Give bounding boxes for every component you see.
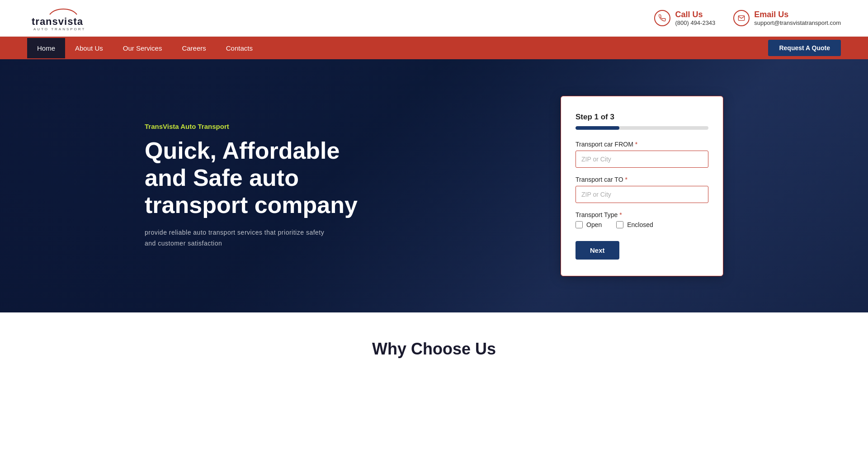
logo-image: transvista AUTO TRANSPORT	[27, 5, 127, 32]
enclosed-label: Enclosed	[627, 221, 653, 228]
nav-item-contacts[interactable]: Contacts	[216, 38, 263, 58]
enclosed-checkbox[interactable]	[616, 221, 623, 228]
nav-item-home[interactable]: Home	[27, 38, 65, 58]
to-required-marker: *	[625, 176, 627, 183]
hero-title-line2: and Safe auto	[145, 165, 299, 191]
from-field-group: Transport car FROM *	[576, 141, 708, 168]
open-label: Open	[586, 221, 602, 228]
type-required-marker: *	[619, 211, 622, 218]
hero-content: TransVista Auto Transport Quick, Afforda…	[118, 69, 750, 303]
nav-link-services[interactable]: Our Services	[113, 38, 172, 58]
open-option[interactable]: Open	[576, 221, 602, 228]
to-input[interactable]	[576, 186, 708, 203]
logo: transvista AUTO TRANSPORT	[27, 5, 127, 32]
email-contact: Email Us support@transvistatransport.com	[733, 10, 841, 26]
progress-bar-fill	[576, 126, 619, 130]
transport-type-group: Transport Type * Open Enclosed	[576, 211, 708, 228]
hero-text: TransVista Auto Transport Quick, Afforda…	[145, 123, 533, 249]
hero-title: Quick, Affordable and Safe auto transpor…	[145, 137, 533, 218]
phone-icon	[654, 10, 670, 26]
call-contact: Call Us (800) 494-2343	[654, 10, 715, 26]
hero-description: provide reliable auto transport services…	[145, 227, 335, 249]
nav-links: Home About Us Our Services Careers Conta…	[27, 38, 263, 58]
from-required-marker: *	[635, 141, 637, 148]
svg-text:transvista: transvista	[32, 16, 83, 27]
type-label: Transport Type *	[576, 211, 708, 218]
from-input[interactable]	[576, 151, 708, 168]
header-contacts: Call Us (800) 494-2343 Email Us support@…	[654, 10, 841, 26]
hero-title-line3: transport company	[145, 192, 358, 218]
email-icon	[733, 10, 750, 26]
navigation: Home About Us Our Services Careers Conta…	[0, 37, 868, 59]
progress-bar-background	[576, 126, 708, 130]
to-field-group: Transport car TO *	[576, 176, 708, 203]
nav-item-about[interactable]: About Us	[65, 38, 113, 58]
open-checkbox[interactable]	[576, 221, 583, 228]
email-address: support@transvistatransport.com	[754, 19, 841, 26]
hero-section: TransVista Auto Transport Quick, Afforda…	[0, 59, 868, 312]
from-label: Transport car FROM *	[576, 141, 708, 148]
call-label: Call Us	[675, 10, 715, 19]
why-title: Why Choose Us	[27, 340, 841, 359]
request-quote-button[interactable]: Request A Quote	[768, 40, 841, 56]
why-section: Why Choose Us	[0, 312, 868, 377]
header: transvista AUTO TRANSPORT Call Us (800) …	[0, 0, 868, 37]
hero-tagline: TransVista Auto Transport	[145, 123, 533, 130]
to-label: Transport car TO *	[576, 176, 708, 183]
nav-link-home[interactable]: Home	[27, 38, 65, 58]
nav-item-services[interactable]: Our Services	[113, 38, 172, 58]
call-number: (800) 494-2343	[675, 19, 715, 26]
enclosed-option[interactable]: Enclosed	[616, 221, 653, 228]
call-info: Call Us (800) 494-2343	[675, 10, 715, 26]
email-label: Email Us	[754, 10, 841, 19]
transport-type-row: Open Enclosed	[576, 221, 708, 228]
hero-title-line1: Quick, Affordable	[145, 137, 340, 164]
nav-link-about[interactable]: About Us	[65, 38, 113, 58]
nav-link-careers[interactable]: Careers	[172, 38, 216, 58]
next-button[interactable]: Next	[576, 241, 619, 260]
step-indicator: Step 1 of 3	[576, 113, 708, 122]
email-info: Email Us support@transvistatransport.com	[754, 10, 841, 26]
svg-text:AUTO TRANSPORT: AUTO TRANSPORT	[33, 27, 85, 31]
nav-item-careers[interactable]: Careers	[172, 38, 216, 58]
quote-form-card: Step 1 of 3 Transport car FROM * Transpo…	[561, 96, 723, 276]
nav-link-contacts[interactable]: Contacts	[216, 38, 263, 58]
